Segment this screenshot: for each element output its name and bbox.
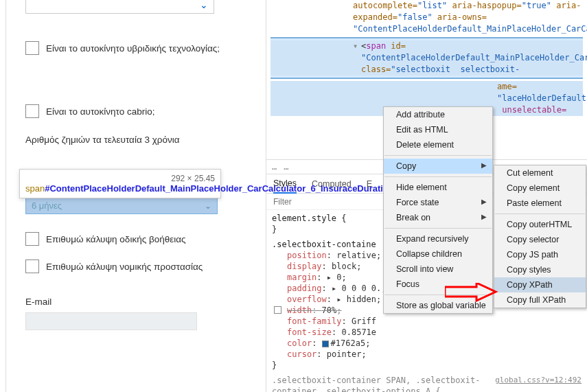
context-submenu-copy: Cut element Copy element Paste element C… xyxy=(494,165,586,308)
dropdown-generic[interactable]: ⌄ xyxy=(25,0,214,14)
label-hybrid: Είναι το αυτοκίνητο υβριδικής τεχνολογία… xyxy=(46,43,220,54)
submenu-arrow-icon: ▶ xyxy=(481,161,487,169)
ctx-copy[interactable]: Copy▶ xyxy=(384,159,492,174)
color-swatch-icon[interactable] xyxy=(322,341,329,347)
property-toggle-checkbox[interactable] xyxy=(274,306,281,314)
label-email: E-mail xyxy=(25,297,246,307)
checkbox-row-cabrio: Είναι το αυτοκίνητο cabrio; xyxy=(25,104,246,118)
ctx-copy-element[interactable]: Copy element xyxy=(494,181,586,196)
annotation-arrow-icon xyxy=(445,283,500,302)
ctx-copy-outerhtml[interactable]: Copy outerHTML xyxy=(494,217,586,232)
ctx-hide-element[interactable]: Hide element xyxy=(384,180,492,195)
ctx-cut-element[interactable]: Cut element xyxy=(494,165,586,181)
dom-selected-node[interactable]: ▾<span id= "ContentPlaceHolderDefault_Ma… xyxy=(271,37,583,79)
ctx-force-state[interactable]: Force state▶ xyxy=(384,195,492,210)
checkbox-row-road-assist: Επιθυμώ κάλυψη οδικής βοήθειας xyxy=(25,232,246,246)
rule-source-link[interactable]: global.css?v=12:492 xyxy=(495,375,582,386)
ctx-copy-full-xpath[interactable]: Copy full XPath xyxy=(494,292,586,308)
crumb-ellipsis[interactable]: … xyxy=(284,162,288,172)
expand-triangle-icon[interactable]: ▾ xyxy=(353,41,358,52)
submenu-arrow-icon: ▶ xyxy=(481,198,487,205)
ctx-copy-xpath[interactable]: Copy XPath xyxy=(494,277,586,292)
inspector-tooltip: 292 × 25.45 span#ContentPlaceHolderDefau… xyxy=(19,169,221,198)
checkbox-row-hybrid: Είναι το αυτοκίνητο υβριδικής τεχνολογία… xyxy=(25,41,246,55)
tooltip-dimensions: 292 × 25.45 xyxy=(171,174,215,183)
dropdown-insurance-duration-highlighted[interactable]: 6 μήνες ⌄ xyxy=(25,197,218,214)
ctx-scroll-into-view[interactable]: Scroll into view xyxy=(384,262,492,277)
label-road-assist: Επιθυμώ κάλυψη οδικής βοήθειας xyxy=(46,234,186,244)
chevron-down-icon: ⌄ xyxy=(200,0,208,10)
ctx-expand-recursively[interactable]: Expand recursively xyxy=(384,231,492,246)
label-damages: Αριθμός ζημιών τα τελευταία 3 χρόνια xyxy=(25,135,246,145)
ctx-copy-styles[interactable]: Copy styles xyxy=(494,262,586,277)
chevron-down-icon: ⌄ xyxy=(205,201,211,211)
label-legal: Επιθυμώ κάλυψη νομικής προστασίας xyxy=(46,262,203,272)
ctx-delete-element[interactable]: Delete element xyxy=(384,137,492,152)
ctx-copy-selector[interactable]: Copy selector xyxy=(494,232,586,247)
ctx-break-on[interactable]: Break on▶ xyxy=(384,210,492,225)
svg-marker-0 xyxy=(445,283,496,301)
tooltip-id: #ContentPlaceHolderDefault_MainPlaceHold… xyxy=(45,183,430,194)
email-field[interactable] xyxy=(25,312,197,330)
separator xyxy=(384,176,492,177)
crumb-ellipsis[interactable]: … xyxy=(272,162,277,172)
dropdown-selected-value: 6 μήνες xyxy=(32,200,62,211)
separator xyxy=(384,155,492,156)
ctx-paste-element[interactable]: Paste element xyxy=(494,196,586,211)
separator xyxy=(495,214,585,214)
checkbox-hybrid[interactable] xyxy=(25,41,39,55)
ctx-collapse-children[interactable]: Collapse children xyxy=(384,246,492,262)
label-cabrio: Είναι το αυτοκίνητο cabrio; xyxy=(46,106,154,117)
separator xyxy=(384,228,492,229)
checkbox-road-assist[interactable] xyxy=(25,232,39,246)
tooltip-tag: span xyxy=(25,183,45,194)
checkbox-cabrio[interactable] xyxy=(25,104,39,118)
ctx-edit-as-html[interactable]: Edit as HTML xyxy=(384,122,492,137)
ctx-add-attribute[interactable]: Add attribute xyxy=(384,107,492,122)
checkbox-row-legal: Επιθυμώ κάλυψη νομικής προστασίας xyxy=(25,260,246,273)
ctx-copy-js-path[interactable]: Copy JS path xyxy=(494,247,586,262)
checkbox-legal[interactable] xyxy=(25,260,39,273)
submenu-arrow-icon: ▶ xyxy=(481,213,487,220)
